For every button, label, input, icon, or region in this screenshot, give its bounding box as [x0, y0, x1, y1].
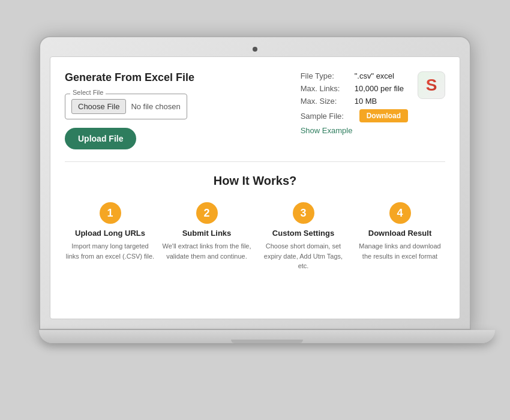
- info-panel: File Type: ".csv" excel Max. Links: 10,0…: [301, 71, 408, 135]
- max-size-value: 10 MB: [355, 97, 377, 106]
- step-title-2: Submit Links: [182, 229, 232, 238]
- max-links-row: Max. Links: 10,000 per file: [301, 84, 408, 93]
- select-file-label: Select File: [70, 89, 106, 96]
- logo-icon: S: [426, 77, 437, 94]
- step-2: 2 Submit Links We'll extract links from …: [161, 202, 252, 271]
- max-links-value: 10,000 per file: [355, 84, 404, 93]
- sample-file-label: Sample File:: [301, 112, 355, 121]
- step-3: 3 Custom Settings Choose short domain, s…: [258, 202, 349, 271]
- laptop-screen: Generate From Excel File Select File Cho…: [50, 56, 460, 319]
- step-4: 4 Download Result Manage links and downl…: [355, 202, 445, 271]
- select-file-group: Select File Choose File No file chosen: [65, 94, 187, 119]
- laptop-device: Generate From Excel File Select File Cho…: [39, 36, 471, 384]
- download-button[interactable]: Download: [359, 109, 408, 122]
- app-logo: S: [418, 71, 445, 99]
- info-table: File Type: ".csv" excel Max. Links: 10,0…: [301, 71, 408, 122]
- no-file-text: No file chosen: [131, 102, 180, 111]
- steps-row: 1 Upload Long URLs Import many long targ…: [65, 202, 445, 271]
- max-links-label: Max. Links:: [301, 84, 355, 93]
- step-desc-2: We'll extract links from the file, valid…: [161, 241, 252, 261]
- laptop-base: [39, 330, 495, 343]
- step-number-3: 3: [293, 202, 314, 224]
- laptop-lid: Generate From Excel File Select File Cho…: [39, 36, 471, 330]
- page-title: Generate From Excel File: [65, 71, 301, 84]
- step-desc-1: Import many long targeted links from an …: [65, 241, 155, 261]
- step-desc-3: Choose short domain, set expiry date, Ad…: [258, 241, 349, 271]
- sample-file-row: Sample File: Download: [301, 109, 408, 122]
- step-title-3: Custom Settings: [272, 229, 334, 238]
- how-it-works-title: How It Works?: [65, 174, 445, 188]
- file-type-row: File Type: ".csv" excel: [301, 71, 408, 80]
- left-panel: Generate From Excel File Select File Cho…: [65, 71, 301, 149]
- screen-content: Generate From Excel File Select File Cho…: [50, 57, 460, 319]
- how-it-works-section: How It Works? 1 Upload Long URLs Import …: [65, 174, 445, 271]
- max-size-label: Max. Size:: [301, 97, 355, 106]
- step-title-4: Download Result: [368, 229, 431, 238]
- step-number-2: 2: [196, 202, 218, 224]
- show-example-link[interactable]: Show Example: [301, 126, 408, 135]
- step-desc-4: Manage links and download the results in…: [355, 241, 445, 261]
- file-input-row: Choose File No file chosen: [71, 99, 181, 114]
- right-panel: File Type: ".csv" excel Max. Links: 10,0…: [301, 71, 445, 135]
- max-size-row: Max. Size: 10 MB: [301, 97, 408, 106]
- laptop-camera: [253, 47, 257, 52]
- step-title-1: Upload Long URLs: [75, 229, 145, 238]
- step-number-1: 1: [100, 202, 121, 224]
- step-1: 1 Upload Long URLs Import many long targ…: [65, 202, 155, 271]
- choose-file-button[interactable]: Choose File: [71, 99, 126, 114]
- file-type-label: File Type:: [301, 71, 355, 80]
- step-number-4: 4: [389, 202, 411, 224]
- upload-file-button[interactable]: Upload File: [65, 128, 136, 149]
- file-type-value: ".csv" excel: [355, 71, 394, 80]
- top-section: Generate From Excel File Select File Cho…: [65, 71, 445, 162]
